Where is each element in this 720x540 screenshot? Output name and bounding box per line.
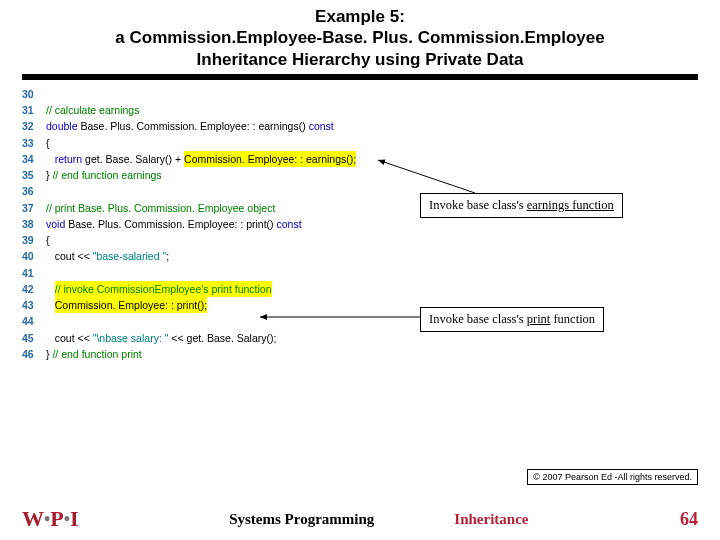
footer-label-systems: Systems Programming — [229, 511, 374, 528]
code-line: 45 cout << "\nbase salary: " << get. Bas… — [22, 330, 562, 346]
code-line: 32double Base. Plus. Commission. Employe… — [22, 118, 562, 134]
code-line: 35} // end function earnings — [22, 167, 562, 183]
line-number: 32 — [22, 118, 46, 134]
line-number: 43 — [22, 297, 46, 313]
copyright-box: © 2007 Pearson Ed -All rights reserved. — [527, 469, 698, 485]
line-number: 34 — [22, 151, 46, 167]
line-number: 30 — [22, 86, 46, 102]
slide-title: Example 5: a Commission.Employee-Base. P… — [0, 0, 720, 74]
code-line: 34 return get. Base. Salary() + Commissi… — [22, 151, 562, 167]
line-number: 40 — [22, 248, 46, 264]
page-number: 64 — [680, 509, 698, 530]
code-line: 42 // invoke CommissionEmployee's print … — [22, 281, 562, 297]
line-number: 38 — [22, 216, 46, 232]
title-line-3: Inheritance Hierarchy using Private Data — [40, 49, 680, 70]
line-number: 31 — [22, 102, 46, 118]
code-line: 38void Base. Plus. Commission. Employee:… — [22, 216, 562, 232]
wpi-logo: W•P•I — [22, 506, 78, 532]
line-number: 39 — [22, 232, 46, 248]
line-number: 45 — [22, 330, 46, 346]
line-number: 36 — [22, 183, 46, 199]
code-line: 30 — [22, 86, 562, 102]
callout-earnings: Invoke base class's earnings function — [420, 193, 623, 218]
title-line-2: a Commission.Employee-Base. Plus. Commis… — [40, 27, 680, 48]
title-line-1: Example 5: — [40, 6, 680, 27]
line-number: 35 — [22, 167, 46, 183]
code-line: 39{ — [22, 232, 562, 248]
code-line: 31// calculate earnings — [22, 102, 562, 118]
line-number: 37 — [22, 200, 46, 216]
code-line: 46} // end function print — [22, 346, 562, 362]
footer-label-inheritance: Inheritance — [454, 511, 528, 528]
footer-center: Systems Programming Inheritance — [78, 511, 680, 528]
line-number: 33 — [22, 135, 46, 151]
line-number: 44 — [22, 313, 46, 329]
line-number: 46 — [22, 346, 46, 362]
code-line: 33{ — [22, 135, 562, 151]
line-number: 41 — [22, 265, 46, 281]
code-line: 40 cout << "base-salaried "; — [22, 248, 562, 264]
line-number: 42 — [22, 281, 46, 297]
callout-print: Invoke base class's print function — [420, 307, 604, 332]
title-underline — [22, 74, 698, 80]
code-line: 41 — [22, 265, 562, 281]
footer: W•P•I Systems Programming Inheritance 64 — [0, 506, 720, 532]
